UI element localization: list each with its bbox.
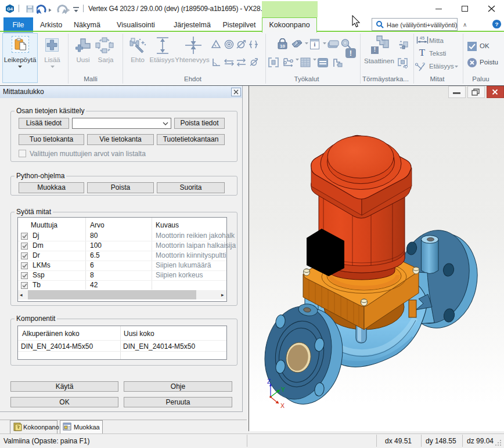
svg-text:?: ? [495, 21, 498, 27]
svg-text:10: 10 [280, 44, 285, 49]
svg-text:Z: Z [267, 378, 271, 385]
svg-text:?: ? [422, 62, 425, 67]
svg-text:Y: Y [281, 386, 285, 393]
svg-text:X: X [280, 402, 285, 409]
svg-text:i: i [314, 41, 316, 48]
svg-text:45: 45 [420, 35, 424, 41]
svg-text:G4: G4 [7, 6, 13, 12]
